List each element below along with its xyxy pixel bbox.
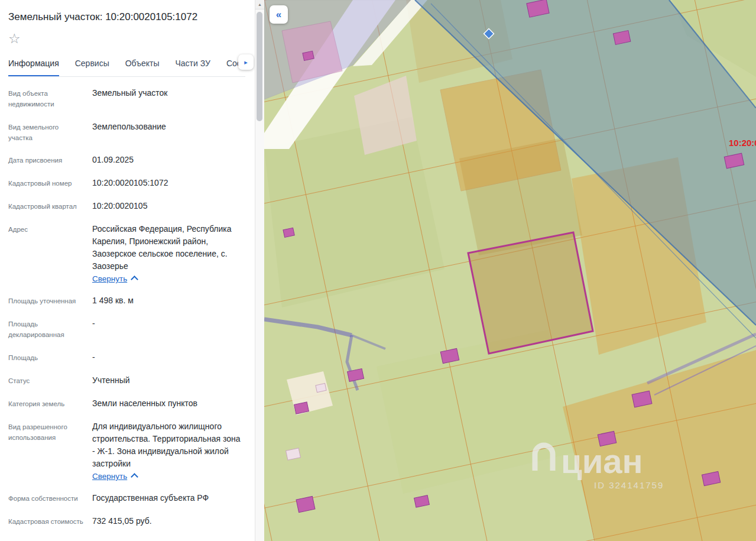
row-value: -: [92, 351, 245, 364]
tab-label: Сервисы: [75, 59, 109, 68]
tab-bar: ИнформацияСервисыОбъектыЧасти ЗУСостав ▸: [8, 53, 245, 77]
favorite-star-icon[interactable]: ☆: [8, 32, 25, 46]
row-value-wrap: Государственная субъекта РФ: [92, 492, 245, 504]
info-row: Площадь декларированная -: [8, 312, 245, 346]
tab-1[interactable]: Сервисы: [75, 53, 109, 76]
row-label: Категория земель: [8, 397, 84, 410]
panel-scrollbar[interactable]: ▲: [255, 0, 264, 541]
tab-2[interactable]: Объекты: [125, 53, 160, 76]
row-value: Земли населенных пунктов: [92, 397, 245, 410]
info-row: Вид объекта недвижимости Земельный участ…: [8, 82, 245, 115]
row-label: Кадастровый номер: [8, 177, 84, 189]
row-value: -: [92, 318, 245, 330]
row-label: Статус: [8, 374, 84, 387]
chevron-up-icon: [131, 473, 138, 481]
row-value: Земельный участок: [92, 87, 245, 99]
row-value: Российская Федерация, Республика Карелия…: [92, 223, 245, 273]
page-title: Земельный участок: 10:20:0020105:1072: [8, 11, 245, 24]
info-row: Категория земель Земли населенных пункто…: [8, 392, 245, 415]
row-value: Учтенный: [92, 374, 245, 387]
row-value: 1 498 кв. м: [92, 294, 245, 307]
row-value-wrap: 1 498 кв. м: [92, 294, 245, 307]
row-value: Государственная субъекта РФ: [92, 492, 245, 504]
row-label: Форма собственности: [8, 492, 84, 504]
tab-label: Объекты: [125, 59, 160, 68]
info-row: Форма собственности Государственная субъ…: [8, 487, 245, 510]
row-value-wrap: Российская Федерация, Республика Карелия…: [92, 223, 245, 284]
tab-label: Части ЗУ: [175, 59, 210, 68]
row-label: Адрес: [8, 223, 84, 235]
watermark-id: ID 324141759: [594, 480, 664, 490]
watermark-text: циан: [561, 442, 643, 480]
row-value-wrap: -: [92, 318, 245, 330]
row-value-wrap: 10:20:0020105:1072: [92, 177, 245, 189]
chevron-up-icon: [131, 276, 138, 283]
row-value-wrap: Для индивидуального жилищного строительс…: [92, 420, 245, 481]
tab-0[interactable]: Информация: [8, 53, 59, 76]
collapse-link[interactable]: Свернуть: [92, 472, 137, 481]
collapse-link-label: Свернуть: [92, 274, 127, 283]
info-row: Адрес Российская Федерация, Республика К…: [8, 218, 245, 289]
row-value: 10:20:0020105: [92, 200, 245, 212]
panel-content: Земельный участок: 10:20:0020105:1072 ☆ …: [0, 0, 264, 533]
row-value-wrap: 01.09.2025: [92, 154, 245, 166]
cadastral-map[interactable]: «: [264, 0, 756, 541]
row-value: Для индивидуального жилищного строительс…: [92, 420, 245, 470]
row-value-wrap: Земельный участок: [92, 87, 245, 99]
collapse-link[interactable]: Свернуть: [92, 274, 137, 283]
info-row: Кадастровая стоимость 732 415,05 руб.: [8, 510, 245, 533]
row-value: Землепользование: [92, 121, 245, 133]
tab-3[interactable]: Части ЗУ: [175, 53, 210, 76]
row-value: 10:20:0020105:1072: [92, 177, 245, 189]
row-label: Вид разрешенного использования: [8, 420, 84, 443]
row-label: Вид объекта недвижимости: [8, 87, 84, 110]
info-row: Дата присвоения 01.09.2025: [8, 148, 245, 171]
row-value-wrap: Землепользование: [92, 121, 245, 133]
row-label: Площадь: [8, 351, 84, 364]
row-label: Вид земельного участка: [8, 121, 84, 144]
row-value: 732 415,05 руб.: [92, 515, 245, 527]
scrollbar-thumb[interactable]: [257, 12, 262, 121]
selected-parcel[interactable]: [468, 232, 593, 354]
cadastral-number-label: 10:20:0: [729, 138, 756, 148]
info-row: Площадь уточненная 1 498 кв. м: [8, 289, 245, 312]
row-value-wrap: Земли населенных пунктов: [92, 397, 245, 410]
row-value-wrap: Учтенный: [92, 374, 245, 387]
tab-label: Информация: [8, 59, 59, 68]
row-value: 01.09.2025: [92, 154, 245, 166]
info-rows: Вид объекта недвижимости Земельный участ…: [8, 82, 245, 533]
collapse-link-label: Свернуть: [92, 472, 127, 481]
info-row: Вид земельного участка Землепользование: [8, 115, 245, 149]
info-row: Кадастровый номер 10:20:0020105:1072: [8, 171, 245, 195]
row-label: Кадастровая стоимость: [8, 515, 84, 527]
row-value-wrap: 732 415,05 руб.: [92, 515, 245, 527]
chevron-right-icon: ▸: [244, 59, 248, 66]
info-row: Кадастровый квартал 10:20:0020105: [8, 195, 245, 218]
map-canvas[interactable]: 10:20:0 циан ID 324141759: [264, 0, 756, 541]
collapse-panel-button[interactable]: «: [270, 5, 288, 24]
object-info-panel: Земельный участок: 10:20:0020105:1072 ☆ …: [0, 0, 264, 541]
tab-list: ИнформацияСервисыОбъектыЧасти ЗУСостав: [8, 53, 245, 76]
row-label: Кадастровый квартал: [8, 200, 84, 212]
row-label: Площадь декларированная: [8, 318, 84, 341]
row-label: Площадь уточненная: [8, 294, 84, 307]
info-row: Статус Учтенный: [8, 369, 245, 392]
row-value-wrap: 10:20:0020105: [92, 200, 245, 212]
info-row: Площадь -: [8, 346, 245, 369]
row-value-wrap: -: [92, 351, 245, 364]
scroll-up-icon[interactable]: ▲: [255, 0, 264, 9]
info-row: Вид разрешенного использования Для индив…: [8, 415, 245, 487]
tab-next-button[interactable]: ▸: [238, 54, 254, 70]
row-label: Дата присвоения: [8, 154, 84, 166]
